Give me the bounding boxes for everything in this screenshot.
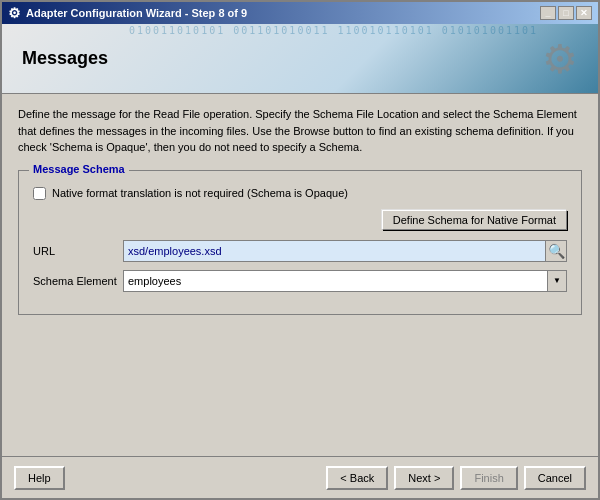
minimize-button[interactable]: _ [540, 6, 556, 20]
gear-icon: ⚙ [542, 36, 578, 82]
binary-decoration: 010011010101 001101010011 110010110101 0… [129, 24, 538, 38]
browse-button[interactable]: 🔍 [545, 240, 567, 262]
schema-element-label: Schema Element [33, 275, 123, 287]
page-title: Messages [22, 48, 108, 69]
cancel-button[interactable]: Cancel [524, 466, 586, 490]
group-box-title: Message Schema [29, 163, 129, 175]
title-bar-controls: _ □ ✕ [540, 6, 592, 20]
bottom-left-controls: Help [14, 466, 65, 490]
close-button[interactable]: ✕ [576, 6, 592, 20]
url-label: URL [33, 245, 123, 257]
window-title: Adapter Configuration Wizard - Step 8 of… [26, 7, 247, 19]
url-field-row: URL 🔍 [33, 240, 567, 262]
opaque-checkbox[interactable] [33, 187, 46, 200]
define-schema-button[interactable]: Define Schema for Native Format [382, 210, 567, 230]
title-bar-text: ⚙ Adapter Configuration Wizard - Step 8 … [8, 5, 247, 21]
header-banner: Messages 010011010101 001101010011 11001… [2, 24, 598, 94]
main-content: Define the message for the Read File ope… [2, 94, 598, 456]
title-bar: ⚙ Adapter Configuration Wizard - Step 8 … [2, 2, 598, 24]
message-schema-group: Message Schema Native format translation… [18, 170, 582, 315]
finish-button[interactable]: Finish [460, 466, 517, 490]
next-button[interactable]: Next > [394, 466, 454, 490]
url-input-group: 🔍 [123, 240, 567, 262]
description-text: Define the message for the Read File ope… [18, 106, 582, 156]
opaque-checkbox-row: Native format translation is not require… [33, 187, 567, 200]
opaque-checkbox-label: Native format translation is not require… [52, 187, 348, 199]
bottom-right-controls: < Back Next > Finish Cancel [326, 466, 586, 490]
url-input[interactable] [123, 240, 545, 262]
wizard-icon: ⚙ [8, 5, 21, 21]
bottom-bar: Help < Back Next > Finish Cancel [2, 456, 598, 498]
schema-element-field-row: Schema Element employees ▼ [33, 270, 567, 292]
help-button[interactable]: Help [14, 466, 65, 490]
maximize-button[interactable]: □ [558, 6, 574, 20]
schema-element-select[interactable]: employees [123, 270, 567, 292]
schema-element-select-wrapper: employees ▼ [123, 270, 567, 292]
main-window: ⚙ Adapter Configuration Wizard - Step 8 … [0, 0, 600, 500]
content-area: Messages 010011010101 001101010011 11001… [2, 24, 598, 498]
define-btn-row: Define Schema for Native Format [33, 210, 567, 230]
back-button[interactable]: < Back [326, 466, 388, 490]
